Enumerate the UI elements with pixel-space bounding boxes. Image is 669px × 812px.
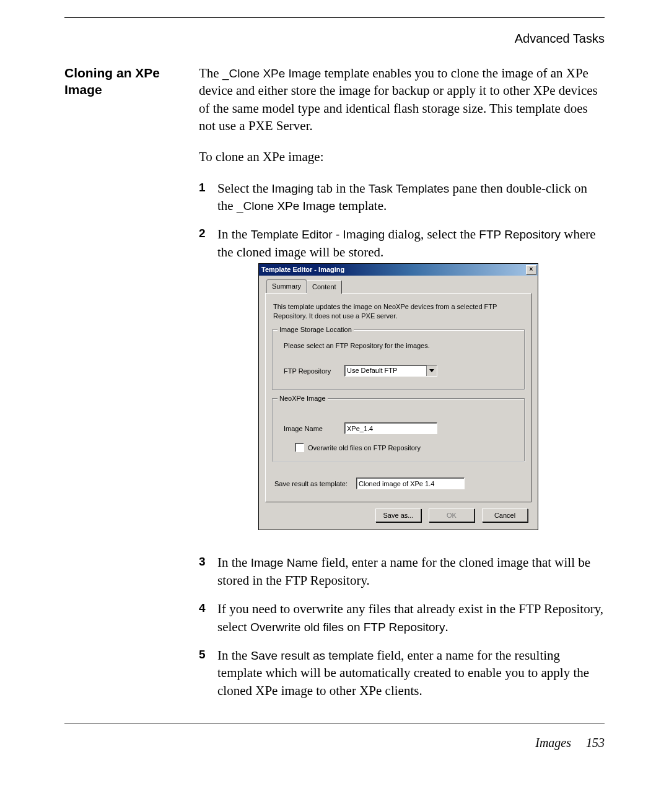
ui-term: Save result as template <box>251 649 374 662</box>
content-columns: Cloning an XPe Image The _Clone XPe Imag… <box>64 64 605 710</box>
step-2: 2 In the Template Editor - Imaging dialo… <box>199 225 605 543</box>
tab-summary[interactable]: Summary <box>266 279 307 293</box>
ftp-repository-select[interactable]: Use Default FTP <box>344 365 437 377</box>
rule-top <box>64 17 605 18</box>
tab-content[interactable]: Content <box>307 280 342 294</box>
group-image-storage: Image Storage Location Please select an … <box>272 330 525 390</box>
ftp-repository-value: Use Default FTP <box>345 365 426 376</box>
overwrite-label: Overwrite old files on FTP Repository <box>308 443 421 453</box>
body-column: The _Clone XPe Image template enables yo… <box>199 64 605 710</box>
svg-marker-0 <box>429 369 434 372</box>
template-editor-dialog: Template Editor - Imaging × Summary Cont… <box>258 263 538 530</box>
page-footer: Images 153 <box>64 736 605 750</box>
rule-bottom <box>64 723 605 723</box>
lead-in: To clone an XPe image: <box>199 148 605 165</box>
tab-panel-content: This template updates the image on NeoXP… <box>265 293 531 503</box>
ui-term: FTP Repository <box>479 228 561 241</box>
save-as-template-label: Save result as template: <box>274 479 348 489</box>
intro-paragraph: The _Clone XPe Image template enables yo… <box>199 64 605 134</box>
text: . <box>445 619 448 634</box>
text: Select the <box>217 181 271 196</box>
step-text: In the Image Name field, enter a name fo… <box>217 554 605 589</box>
dialog-button-row: Save as... OK Cancel <box>265 502 531 523</box>
step-number: 4 <box>199 600 217 616</box>
tab-strip: Summary Content <box>266 279 531 293</box>
page: Advanced Tasks Cloning an XPe Image The … <box>0 0 669 812</box>
chevron-down-icon <box>426 365 437 376</box>
image-name-label: Image Name <box>284 424 339 434</box>
text: In the <box>217 227 251 242</box>
step-5: 5 In the Save result as template field, … <box>199 647 605 699</box>
step-1: 1 Select the Imaging tab in the Task Tem… <box>199 180 605 215</box>
step-4: 4 If you need to overwrite any files tha… <box>199 600 605 635</box>
step-number: 5 <box>199 647 217 663</box>
group-legend: NeoXPe Image <box>278 394 328 403</box>
save-as-button[interactable]: Save as... <box>375 509 421 522</box>
header-category: Advanced Tasks <box>64 32 605 46</box>
save-as-template-row: Save result as template: <box>274 478 522 489</box>
group-neoxpe-image: NeoXPe Image Image Name Overwrite old fi… <box>272 398 525 461</box>
close-button[interactable]: × <box>526 265 536 275</box>
ui-term: Template Editor - Imaging <box>251 228 385 241</box>
image-name-input[interactable] <box>344 422 437 434</box>
step-3: 3 In the Image Name field, enter a name … <box>199 554 605 589</box>
step-text: In the Save result as template field, en… <box>217 647 605 699</box>
ui-term: Imaging <box>271 182 313 195</box>
step-list: 1 Select the Imaging tab in the Task Tem… <box>199 180 605 699</box>
image-name-row: Image Name <box>284 422 517 434</box>
dialog-body: Summary Content This template updates th… <box>259 276 538 530</box>
ui-term: Overwrite old files on FTP Repository <box>250 621 445 634</box>
group-hint: Please select an FTP Repository for the … <box>284 341 517 351</box>
group-legend: Image Storage Location <box>278 325 354 334</box>
overwrite-row[interactable]: Overwrite old files on FTP Repository <box>295 443 517 452</box>
text: The <box>199 66 222 81</box>
step-text: In the Template Editor - Imaging dialog,… <box>217 225 605 543</box>
ok-button[interactable]: OK <box>429 509 474 522</box>
dialog-titlebar[interactable]: Template Editor - Imaging × <box>259 264 538 276</box>
step-number: 2 <box>199 225 217 242</box>
step-number: 3 <box>199 554 217 570</box>
text: tab in the <box>313 181 369 196</box>
dialog-title: Template Editor - Imaging <box>261 265 344 274</box>
close-icon: × <box>530 266 533 273</box>
footer-section: Images <box>535 736 571 750</box>
text: dialog, select the <box>385 227 479 242</box>
overwrite-checkbox[interactable] <box>295 443 304 452</box>
text: In the <box>217 555 251 570</box>
ftp-repository-row: FTP Repository Use Default FTP <box>284 365 517 377</box>
ui-term: _Clone XPe Image <box>237 199 336 212</box>
text: In the <box>217 648 251 663</box>
template-name: _Clone XPe Image <box>222 67 321 80</box>
text: template. <box>335 198 387 213</box>
ftp-repository-label: FTP Repository <box>284 367 339 376</box>
step-text: Select the Imaging tab in the Task Templ… <box>217 180 605 215</box>
step-number: 1 <box>199 180 217 196</box>
step-text: If you need to overwrite any files that … <box>217 600 605 635</box>
cancel-button[interactable]: Cancel <box>482 509 528 522</box>
ui-term: Image Name <box>251 556 318 569</box>
dialog-description: This template updates the image on NeoXP… <box>273 302 523 321</box>
ui-term: Task Templates <box>369 182 450 195</box>
section-heading: Cloning an XPe Image <box>64 64 179 98</box>
footer-page-number: 153 <box>586 736 605 750</box>
save-as-template-input[interactable] <box>356 478 465 489</box>
